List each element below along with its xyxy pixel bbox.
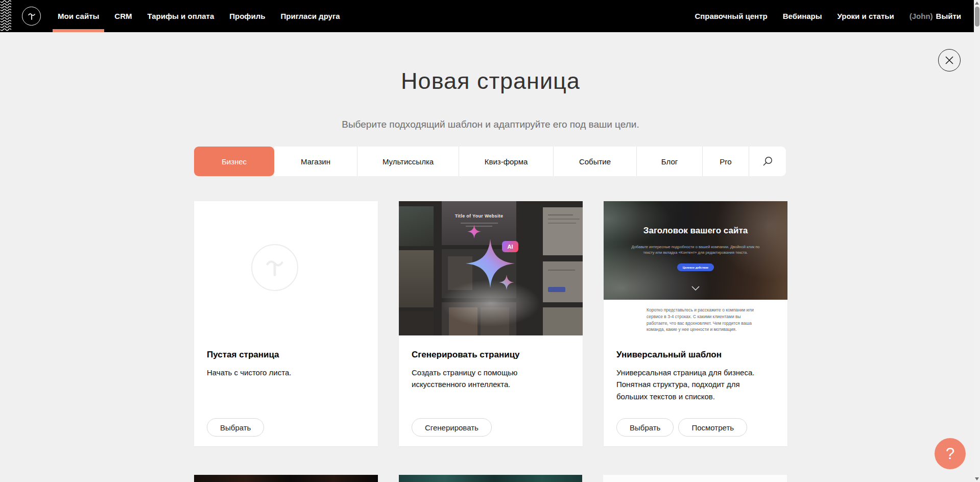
close-button[interactable]	[938, 49, 961, 71]
tab-quiz-form[interactable]: Квиз-форма	[459, 147, 554, 176]
nav-item-tariffs[interactable]: Тарифы и оплата	[147, 0, 214, 32]
card-description: Создать страницу с помощью искусственног…	[412, 367, 565, 391]
card-title: Сгенерировать страницу	[412, 350, 570, 360]
user-name: (John)	[910, 12, 933, 20]
nav-item-crm[interactable]: CRM	[114, 0, 132, 32]
nav-label: Пригласи друга	[280, 12, 340, 20]
generate-button[interactable]: Сгенерировать	[412, 418, 492, 437]
nav-item-my-sites[interactable]: Мои сайты	[58, 0, 99, 32]
nav-label: Тарифы и оплата	[147, 12, 214, 20]
choose-button[interactable]: Выбрать	[616, 418, 674, 437]
template-card-ai-generate[interactable]: Title of Your Website	[399, 201, 583, 446]
template-card-partial[interactable]	[194, 475, 378, 482]
tilda-logo[interactable]	[22, 7, 41, 26]
ai-preview: Title of Your Website	[399, 201, 583, 335]
card-title: Пустая страница	[207, 350, 365, 360]
template-category-tabs: Бизнес Магазин Мультиссылка Квиз-форма С…	[194, 147, 787, 176]
card-title: Универсальный шаблон	[616, 350, 775, 360]
ai-badge: AI	[502, 241, 518, 252]
card-description: Универсальная страница для бизнеса. Поня…	[616, 367, 770, 402]
tab-event[interactable]: Событие	[554, 147, 637, 176]
choose-button[interactable]: Выбрать	[207, 418, 264, 437]
collage-site-title: Title of Your Website	[442, 213, 516, 219]
logout-label: Выйти	[936, 12, 961, 20]
nav-label: Справочный центр	[695, 12, 767, 20]
ai-sparkle-small-bottom-icon	[499, 275, 514, 290]
close-icon	[944, 55, 954, 65]
question-mark-icon: ?	[946, 445, 954, 463]
template-hero-button: Целевое действие	[677, 263, 714, 271]
website-collage: Title of Your Website	[399, 201, 583, 335]
nav-item-profile[interactable]: Профиль	[229, 0, 265, 32]
tab-business[interactable]: Бизнес	[194, 147, 274, 176]
template-hero: Заголовок вашего сайта Добавьте интересн…	[604, 201, 787, 300]
scrollbar-thumb[interactable]	[975, 7, 979, 27]
search-icon	[762, 156, 773, 167]
template-body-text: Коротко представьтесь и расскажите о ком…	[647, 307, 755, 333]
template-cards: Пустая страница Начать с чистого листа. …	[194, 201, 787, 446]
page-title: Новая страница	[194, 68, 787, 94]
nav-item-webinars[interactable]: Вебинары	[783, 0, 822, 32]
nav-label: Вебинары	[783, 12, 822, 20]
scrollbar-up-arrow-icon[interactable]	[975, 2, 979, 5]
template-card-partial[interactable]	[603, 475, 787, 482]
nav-item-lessons[interactable]: Уроки и статьи	[838, 0, 894, 32]
template-card-partial[interactable]	[399, 475, 583, 482]
card-description: Начать с чистого листа.	[207, 367, 360, 378]
secondary-menu: Справочный центр Вебинары Уроки и статьи…	[695, 0, 961, 32]
tab-blog[interactable]: Блог	[637, 147, 703, 176]
nav-label: CRM	[114, 12, 132, 20]
tab-pro[interactable]: Pro	[703, 147, 749, 176]
chevron-down-icon	[691, 286, 700, 291]
active-nav-underline	[53, 29, 104, 32]
top-navbar: Мои сайты CRM Тарифы и оплата Профиль Пр…	[0, 0, 980, 32]
scrollbar-down-arrow-icon[interactable]	[975, 477, 979, 480]
view-button[interactable]: Посмотреть	[678, 418, 747, 437]
nav-label: Профиль	[229, 12, 265, 20]
tab-multilink[interactable]: Мультиссылка	[357, 147, 459, 176]
nav-item-invite-friend[interactable]: Пригласи друга	[280, 0, 340, 32]
page-subtitle: Выберите подходящий шаблон и адаптируйте…	[194, 119, 787, 130]
template-hero-title: Заголовок вашего сайта	[604, 226, 787, 236]
template-card-blank[interactable]: Пустая страница Начать с чистого листа. …	[194, 201, 378, 446]
template-cards-row-2	[194, 475, 787, 482]
nav-item-logout[interactable]: (John) Выйти	[910, 0, 961, 32]
tab-search[interactable]	[749, 147, 786, 176]
template-card-universal[interactable]: Заголовок вашего сайта Добавьте интересн…	[604, 201, 787, 446]
nav-label: Уроки и статьи	[838, 12, 894, 20]
nav-label: Мои сайты	[58, 12, 99, 20]
vertical-scrollbar[interactable]	[974, 0, 980, 482]
universal-preview: Заголовок вашего сайта Добавьте интересн…	[604, 201, 787, 335]
zigzag-decoration	[0, 0, 12, 32]
nav-item-help-center[interactable]: Справочный центр	[695, 0, 767, 32]
tab-shop[interactable]: Магазин	[274, 147, 357, 176]
ai-sparkle-small-top-icon	[467, 225, 481, 238]
tilda-ghost-logo-icon	[251, 244, 298, 291]
help-button[interactable]: ?	[935, 438, 966, 469]
blank-preview	[194, 201, 378, 335]
template-hero-text: Добавьте интересные подробности о вашей …	[627, 244, 764, 256]
main-menu: Мои сайты CRM Тарифы и оплата Профиль Пр…	[58, 0, 355, 32]
